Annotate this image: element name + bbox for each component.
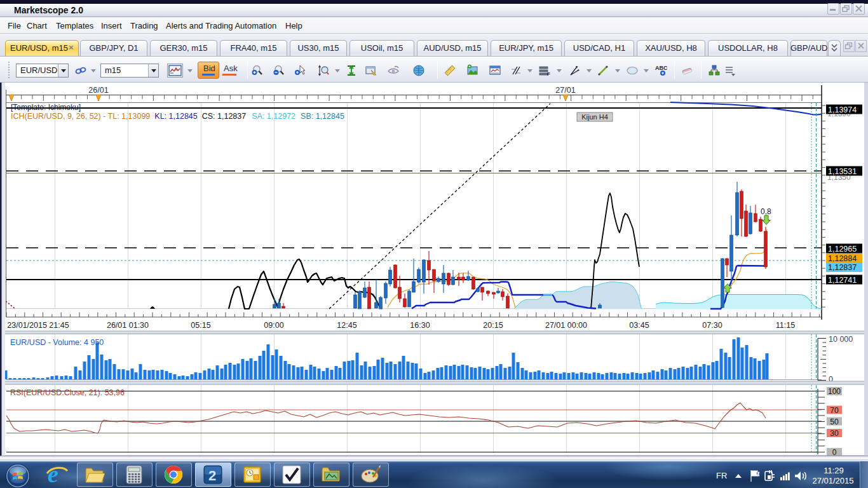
svg-text:16:30: 16:30 bbox=[410, 321, 430, 330]
svg-text:RSI(EUR/USD.Close, 21): 53,96: RSI(EUR/USD.Close, 21): 53,96 bbox=[10, 388, 125, 397]
svg-text:11:15: 11:15 bbox=[776, 321, 795, 330]
svg-text:100: 100 bbox=[828, 387, 841, 396]
svg-text:26/01 01:30: 26/01 01:30 bbox=[107, 321, 149, 330]
svg-text:1,12965: 1,12965 bbox=[828, 245, 857, 254]
svg-text:10 000: 10 000 bbox=[829, 335, 853, 344]
svg-text:1,13974: 1,13974 bbox=[828, 105, 857, 114]
svg-text:03:45: 03:45 bbox=[629, 321, 649, 330]
svg-text:70: 70 bbox=[830, 406, 839, 415]
svg-text:05:15: 05:15 bbox=[191, 321, 210, 330]
svg-text:26/01: 26/01 bbox=[88, 86, 108, 95]
svg-text:20:15: 20:15 bbox=[483, 321, 503, 330]
svg-text:30: 30 bbox=[830, 429, 839, 438]
svg-text:09:00: 09:00 bbox=[264, 321, 283, 330]
svg-text:1,12884: 1,12884 bbox=[828, 254, 857, 263]
svg-text:27/01 00:00: 27/01 00:00 bbox=[545, 321, 587, 330]
svg-text:1,12837: 1,12837 bbox=[828, 263, 857, 272]
svg-text:50: 50 bbox=[830, 417, 839, 426]
svg-text:0,8: 0,8 bbox=[761, 207, 771, 216]
svg-text:EUR/USD - Volume: 4 950: EUR/USD - Volume: 4 950 bbox=[10, 338, 104, 347]
svg-text:e: e bbox=[48, 463, 58, 487]
svg-text:07:30: 07:30 bbox=[702, 321, 722, 330]
svg-text:Kijun H4: Kijun H4 bbox=[581, 113, 608, 121]
svg-text:1,13531: 1,13531 bbox=[828, 167, 857, 176]
svg-text:27/01: 27/01 bbox=[555, 86, 575, 95]
svg-text:12:45: 12:45 bbox=[337, 321, 356, 330]
svg-text:23/01/2015 21:45: 23/01/2015 21:45 bbox=[7, 321, 69, 330]
svg-text:ICH(EUR/USD, 9, 26, 52) - TL:: ICH(EUR/USD, 9, 26, 52) - TL: 1,13099KL:… bbox=[11, 112, 344, 121]
svg-text:1,12741: 1,12741 bbox=[828, 276, 857, 285]
svg-text:2: 2 bbox=[208, 468, 216, 484]
